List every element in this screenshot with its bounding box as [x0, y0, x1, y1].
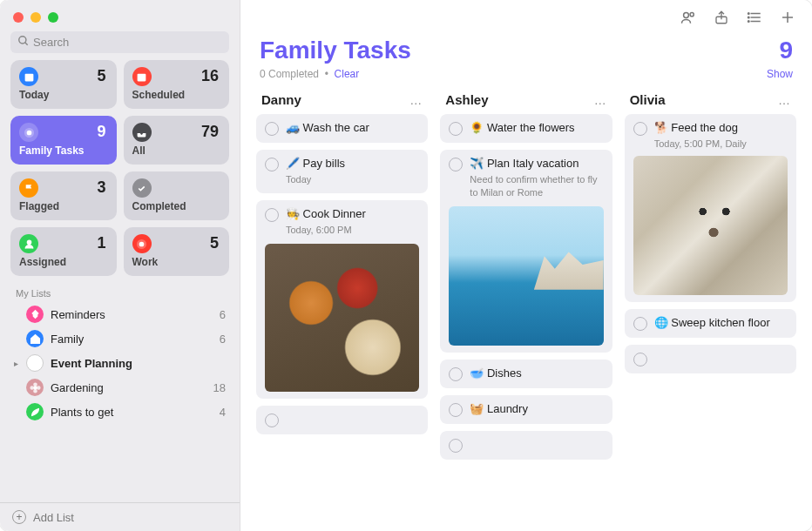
- list-name: Reminders: [51, 308, 220, 321]
- close-window-button[interactable]: [13, 12, 24, 23]
- smart-list-work[interactable]: 5Work: [124, 227, 230, 276]
- task-item[interactable]: 🧺 Laundry: [440, 395, 612, 424]
- clear-button[interactable]: Clear: [335, 68, 360, 80]
- task-meta: Today, 6:00 PM: [286, 224, 419, 237]
- task-checkbox[interactable]: [449, 122, 463, 136]
- smart-list-count: 5: [97, 67, 105, 85]
- task-title: 🥣 Dishes: [470, 366, 603, 380]
- search-container: [0, 31, 240, 60]
- share-button[interactable]: [713, 9, 730, 26]
- task-meta: Today: [286, 173, 419, 186]
- task-item[interactable]: 🧑‍🍳 Cook DinnerToday, 6:00 PM: [256, 200, 428, 399]
- svg-point-15: [30, 386, 33, 388]
- task-title: 🖊️ Pay bills: [286, 157, 419, 170]
- task-checkbox[interactable]: [449, 403, 463, 417]
- task-image: [449, 206, 603, 346]
- task-item[interactable]: 🖊️ Pay billsToday: [256, 150, 428, 193]
- task-meta: Today, 5:00 PM, Daily: [654, 138, 788, 151]
- new-task-placeholder[interactable]: [256, 406, 428, 434]
- column-name: Danny: [261, 92, 301, 107]
- column-more-button[interactable]: …: [778, 93, 791, 107]
- task-image: [633, 156, 788, 295]
- smart-list-all[interactable]: 79All: [124, 116, 230, 165]
- calendar-icon: [19, 67, 38, 86]
- column-header: Olivia…: [625, 91, 796, 114]
- task-item[interactable]: 🌐 Sweep kitchen floor: [625, 309, 796, 338]
- list-row-plants-to-get[interactable]: Plants to get4: [7, 400, 233, 424]
- task-checkbox[interactable]: [265, 122, 279, 136]
- svg-point-11: [139, 242, 143, 245]
- smart-list-completed[interactable]: Completed: [124, 171, 230, 220]
- smart-list-label: Completed: [132, 200, 221, 212]
- task-item[interactable]: 🐕 Feed the dogToday, 5:00 PM, Daily: [625, 114, 796, 302]
- add-list-button[interactable]: + Add List: [0, 502, 240, 531]
- star-icon: [19, 123, 38, 142]
- list-count: 18: [213, 381, 226, 394]
- task-title: 🌐 Sweep kitchen floor: [654, 316, 788, 329]
- task-checkbox[interactable]: [265, 413, 279, 427]
- new-task-placeholder[interactable]: [440, 431, 612, 460]
- svg-point-17: [684, 13, 689, 18]
- task-meta: Need to confirm whether to fly to Milan …: [470, 173, 603, 199]
- task-checkbox[interactable]: [449, 158, 463, 171]
- task-checkbox[interactable]: [633, 353, 647, 366]
- new-reminder-button[interactable]: [779, 9, 796, 26]
- smart-list-label: Assigned: [19, 256, 108, 268]
- search-icon: [17, 35, 30, 47]
- smart-list-count: 16: [201, 67, 219, 85]
- task-checkbox[interactable]: [265, 158, 279, 171]
- smart-list-label: Work: [132, 256, 221, 268]
- task-item[interactable]: 🥣 Dishes: [440, 360, 612, 388]
- smart-list-count: 3: [97, 178, 105, 197]
- list-row-reminders[interactable]: Reminders6: [7, 302, 233, 326]
- task-checkbox[interactable]: [633, 317, 647, 331]
- list-subheader: 0 Completed • Clear Show: [240, 66, 812, 91]
- smart-list-assigned[interactable]: 1Assigned: [10, 227, 117, 276]
- column-name: Olivia: [630, 92, 666, 107]
- smart-lists-grid: 5Today16Scheduled9Family Tasks79All3Flag…: [0, 60, 240, 283]
- flag-icon: [19, 178, 38, 198]
- task-title: 🚙 Wash the car: [286, 121, 419, 134]
- star-icon: [132, 234, 152, 253]
- task-checkbox[interactable]: [265, 208, 279, 222]
- task-checkbox[interactable]: [449, 367, 463, 381]
- task-checkbox[interactable]: [633, 122, 647, 136]
- column-ashley: Ashley…🌻 Water the flowers✈️ Plan Italy …: [440, 91, 612, 522]
- list-name: Event Planning: [51, 357, 226, 370]
- new-task-placeholder[interactable]: [625, 345, 796, 373]
- task-title: 🧑‍🍳 Cook Dinner: [286, 207, 419, 220]
- column-olivia: Olivia…🐕 Feed the dogToday, 5:00 PM, Dai…: [625, 91, 796, 522]
- column-more-button[interactable]: …: [409, 93, 423, 107]
- list-count: 6: [220, 308, 226, 321]
- search-input[interactable]: [10, 31, 229, 53]
- smart-list-family-tasks[interactable]: 9Family Tasks: [10, 116, 117, 165]
- collaborate-button[interactable]: [680, 9, 697, 26]
- smart-list-today[interactable]: 5Today: [10, 60, 117, 109]
- task-title: ✈️ Plan Italy vacation: [470, 157, 603, 170]
- svg-point-25: [748, 21, 750, 23]
- view-options-button[interactable]: [746, 9, 763, 26]
- smart-list-count: 5: [210, 234, 219, 252]
- main-content: Family Tasks 9 0 Completed • Clear Show …: [240, 0, 812, 531]
- task-item[interactable]: ✈️ Plan Italy vacationNeed to confirm wh…: [440, 150, 612, 353]
- minimize-window-button[interactable]: [30, 12, 41, 23]
- show-button[interactable]: Show: [767, 68, 793, 80]
- smart-list-scheduled[interactable]: 16Scheduled: [124, 60, 230, 109]
- task-item[interactable]: 🚙 Wash the car: [256, 114, 428, 143]
- fullscreen-window-button[interactable]: [48, 12, 58, 23]
- list-count: 9: [779, 37, 793, 64]
- list-row-gardening[interactable]: Gardening18: [7, 375, 233, 400]
- smart-list-count: 79: [201, 123, 219, 141]
- column-more-button[interactable]: …: [594, 93, 607, 107]
- column-name: Ashley: [445, 92, 488, 107]
- list-row-event-planning[interactable]: ▸Event Planning: [7, 351, 233, 375]
- task-item[interactable]: 🌻 Water the flowers: [440, 114, 612, 143]
- task-checkbox[interactable]: [449, 439, 463, 453]
- smart-list-label: Family Tasks: [19, 145, 108, 157]
- smart-list-flagged[interactable]: 3Flagged: [10, 171, 117, 220]
- list-name: Family: [51, 333, 220, 346]
- svg-point-23: [748, 13, 750, 15]
- smart-list-label: Scheduled: [132, 89, 221, 101]
- list-row-family[interactable]: Family6: [7, 326, 233, 351]
- check-icon: [132, 178, 152, 198]
